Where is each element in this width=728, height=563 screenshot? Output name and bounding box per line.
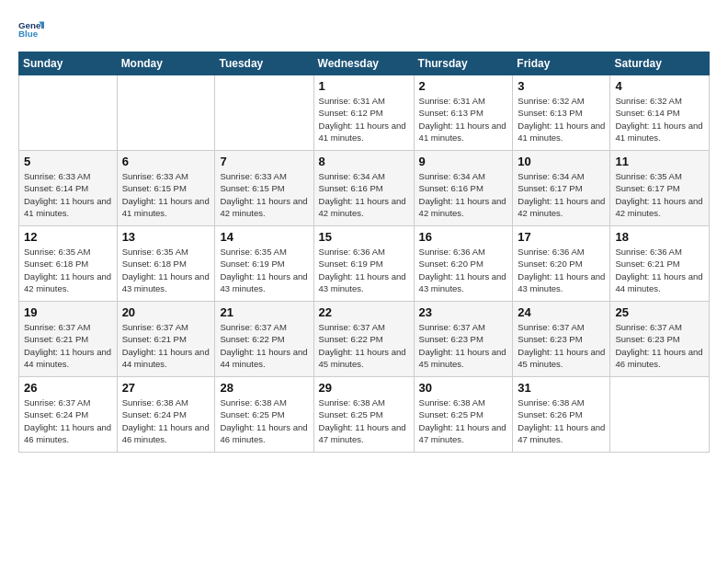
calendar-cell: 22Sunrise: 6:37 AM Sunset: 6:22 PM Dayli…: [313, 302, 414, 377]
day-number: 19: [24, 305, 112, 319]
day-info: Sunrise: 6:36 AM Sunset: 6:21 PM Dayligh…: [615, 246, 704, 294]
day-info: Sunrise: 6:35 AM Sunset: 6:18 PM Dayligh…: [24, 246, 112, 294]
day-number: 29: [319, 381, 409, 395]
calendar-cell: 4Sunrise: 6:32 AM Sunset: 6:14 PM Daylig…: [610, 75, 710, 151]
calendar-cell: 17Sunrise: 6:36 AM Sunset: 6:20 PM Dayli…: [513, 226, 610, 302]
week-row-4: 19Sunrise: 6:37 AM Sunset: 6:21 PM Dayli…: [19, 302, 710, 377]
day-number: 26: [24, 381, 112, 395]
day-number: 3: [518, 79, 605, 93]
day-number: 22: [319, 305, 409, 319]
calendar-cell: 2Sunrise: 6:31 AM Sunset: 6:13 PM Daylig…: [414, 75, 513, 151]
day-info: Sunrise: 6:38 AM Sunset: 6:25 PM Dayligh…: [220, 396, 308, 445]
col-header-saturday: Saturday: [610, 52, 710, 75]
calendar-cell: 3Sunrise: 6:32 AM Sunset: 6:13 PM Daylig…: [513, 75, 610, 151]
day-number: 12: [24, 230, 112, 244]
calendar-cell: [610, 377, 710, 453]
day-number: 9: [419, 155, 508, 168]
day-info: Sunrise: 6:37 AM Sunset: 6:21 PM Dayligh…: [122, 321, 210, 370]
day-info: Sunrise: 6:38 AM Sunset: 6:26 PM Dayligh…: [518, 396, 605, 445]
day-info: Sunrise: 6:36 AM Sunset: 6:19 PM Dayligh…: [319, 246, 409, 294]
week-row-3: 12Sunrise: 6:35 AM Sunset: 6:18 PM Dayli…: [19, 226, 710, 302]
calendar-cell: 27Sunrise: 6:38 AM Sunset: 6:24 PM Dayli…: [117, 377, 215, 453]
day-number: 5: [24, 155, 112, 168]
calendar-cell: 25Sunrise: 6:37 AM Sunset: 6:23 PM Dayli…: [610, 302, 710, 377]
calendar-cell: 8Sunrise: 6:34 AM Sunset: 6:16 PM Daylig…: [313, 151, 414, 226]
day-info: Sunrise: 6:34 AM Sunset: 6:17 PM Dayligh…: [518, 170, 605, 219]
calendar-cell: 10Sunrise: 6:34 AM Sunset: 6:17 PM Dayli…: [513, 151, 610, 226]
calendar-cell: 6Sunrise: 6:33 AM Sunset: 6:15 PM Daylig…: [117, 151, 215, 226]
day-number: 25: [615, 305, 704, 319]
day-number: 14: [220, 230, 308, 244]
day-info: Sunrise: 6:38 AM Sunset: 6:25 PM Dayligh…: [419, 396, 508, 445]
day-number: 16: [419, 230, 508, 244]
week-row-1: 1Sunrise: 6:31 AM Sunset: 6:12 PM Daylig…: [19, 75, 710, 151]
logo-icon: General Blue: [18, 17, 44, 42]
day-info: Sunrise: 6:37 AM Sunset: 6:23 PM Dayligh…: [518, 321, 605, 370]
day-info: Sunrise: 6:32 AM Sunset: 6:14 PM Dayligh…: [615, 95, 704, 144]
day-info: Sunrise: 6:37 AM Sunset: 6:22 PM Dayligh…: [220, 321, 308, 370]
day-info: Sunrise: 6:35 AM Sunset: 6:17 PM Dayligh…: [615, 170, 704, 219]
day-info: Sunrise: 6:35 AM Sunset: 6:19 PM Dayligh…: [220, 246, 308, 294]
day-number: 20: [122, 305, 210, 319]
calendar-cell: 31Sunrise: 6:38 AM Sunset: 6:26 PM Dayli…: [513, 377, 610, 453]
calendar-cell: 28Sunrise: 6:38 AM Sunset: 6:25 PM Dayli…: [215, 377, 313, 453]
calendar-cell: 21Sunrise: 6:37 AM Sunset: 6:22 PM Dayli…: [215, 302, 313, 377]
day-number: 23: [419, 305, 508, 319]
day-info: Sunrise: 6:32 AM Sunset: 6:13 PM Dayligh…: [518, 95, 605, 144]
day-number: 30: [419, 381, 508, 395]
day-number: 11: [615, 155, 704, 168]
day-info: Sunrise: 6:37 AM Sunset: 6:23 PM Dayligh…: [419, 321, 508, 370]
day-info: Sunrise: 6:37 AM Sunset: 6:24 PM Dayligh…: [24, 396, 112, 445]
day-info: Sunrise: 6:38 AM Sunset: 6:25 PM Dayligh…: [319, 396, 409, 445]
day-info: Sunrise: 6:36 AM Sunset: 6:20 PM Dayligh…: [518, 246, 605, 294]
col-header-thursday: Thursday: [414, 52, 513, 75]
calendar-cell: 11Sunrise: 6:35 AM Sunset: 6:17 PM Dayli…: [610, 151, 710, 226]
calendar-table: SundayMondayTuesdayWednesdayThursdayFrid…: [18, 52, 710, 453]
calendar-cell: [215, 75, 313, 151]
day-number: 18: [615, 230, 704, 244]
calendar-cell: 9Sunrise: 6:34 AM Sunset: 6:16 PM Daylig…: [414, 151, 513, 226]
day-number: 15: [319, 230, 409, 244]
day-number: 2: [419, 79, 508, 93]
day-number: 1: [319, 79, 409, 93]
day-info: Sunrise: 6:34 AM Sunset: 6:16 PM Dayligh…: [419, 170, 508, 219]
day-info: Sunrise: 6:35 AM Sunset: 6:18 PM Dayligh…: [122, 246, 210, 294]
day-number: 4: [615, 79, 704, 93]
calendar-cell: 13Sunrise: 6:35 AM Sunset: 6:18 PM Dayli…: [117, 226, 215, 302]
day-info: Sunrise: 6:36 AM Sunset: 6:20 PM Dayligh…: [419, 246, 508, 294]
col-header-wednesday: Wednesday: [313, 52, 414, 75]
day-info: Sunrise: 6:37 AM Sunset: 6:23 PM Dayligh…: [615, 321, 704, 370]
calendar-cell: 5Sunrise: 6:33 AM Sunset: 6:14 PM Daylig…: [19, 151, 118, 226]
calendar-cell: 16Sunrise: 6:36 AM Sunset: 6:20 PM Dayli…: [414, 226, 513, 302]
calendar-cell: 23Sunrise: 6:37 AM Sunset: 6:23 PM Dayli…: [414, 302, 513, 377]
calendar-cell: 19Sunrise: 6:37 AM Sunset: 6:21 PM Dayli…: [19, 302, 118, 377]
day-info: Sunrise: 6:38 AM Sunset: 6:24 PM Dayligh…: [122, 396, 210, 445]
day-number: 27: [122, 381, 210, 395]
col-header-tuesday: Tuesday: [215, 52, 313, 75]
calendar-cell: 18Sunrise: 6:36 AM Sunset: 6:21 PM Dayli…: [610, 226, 710, 302]
day-number: 31: [518, 381, 605, 395]
calendar-cell: 15Sunrise: 6:36 AM Sunset: 6:19 PM Dayli…: [313, 226, 414, 302]
calendar-cell: 14Sunrise: 6:35 AM Sunset: 6:19 PM Dayli…: [215, 226, 313, 302]
calendar-cell: 30Sunrise: 6:38 AM Sunset: 6:25 PM Dayli…: [414, 377, 513, 453]
day-info: Sunrise: 6:37 AM Sunset: 6:22 PM Dayligh…: [319, 321, 409, 370]
col-header-friday: Friday: [513, 52, 610, 75]
calendar-cell: 24Sunrise: 6:37 AM Sunset: 6:23 PM Dayli…: [513, 302, 610, 377]
svg-text:Blue: Blue: [18, 29, 39, 39]
logo: General Blue: [18, 17, 48, 42]
calendar-cell: 20Sunrise: 6:37 AM Sunset: 6:21 PM Dayli…: [117, 302, 215, 377]
day-number: 21: [220, 305, 308, 319]
calendar-cell: 7Sunrise: 6:33 AM Sunset: 6:15 PM Daylig…: [215, 151, 313, 226]
day-number: 28: [220, 381, 308, 395]
day-info: Sunrise: 6:33 AM Sunset: 6:14 PM Dayligh…: [24, 170, 112, 219]
day-info: Sunrise: 6:31 AM Sunset: 6:12 PM Dayligh…: [319, 95, 409, 144]
day-number: 7: [220, 155, 308, 168]
week-row-2: 5Sunrise: 6:33 AM Sunset: 6:14 PM Daylig…: [19, 151, 710, 226]
day-number: 8: [319, 155, 409, 168]
day-info: Sunrise: 6:37 AM Sunset: 6:21 PM Dayligh…: [24, 321, 112, 370]
day-number: 13: [122, 230, 210, 244]
col-header-monday: Monday: [117, 52, 215, 75]
page: General Blue SundayMondayTuesdayWednesda…: [0, 0, 728, 563]
calendar-cell: [117, 75, 215, 151]
col-header-sunday: Sunday: [19, 52, 118, 75]
